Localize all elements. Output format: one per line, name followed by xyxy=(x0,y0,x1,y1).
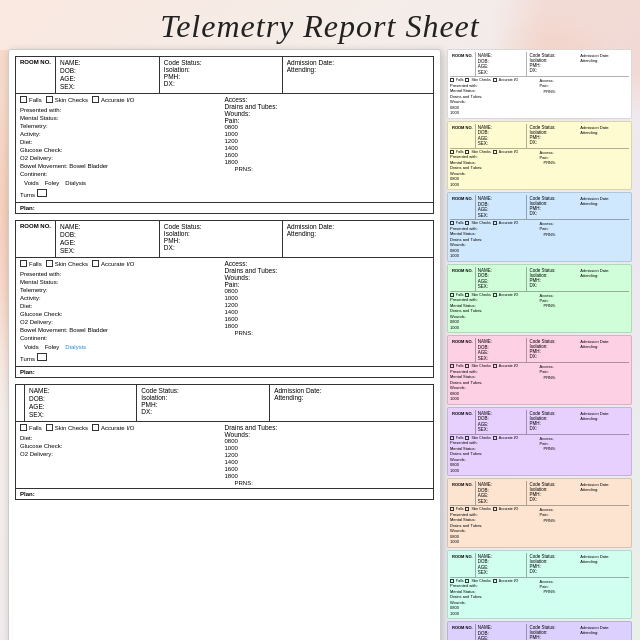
cv-code-lavender: Code Status: Isolation: PMH: DX: xyxy=(527,624,578,640)
color-variant-pink: ROOM NO. NAME: DOB: AGE: SEX: Code Statu… xyxy=(447,335,632,405)
admission-col-1: Admission Date: Attending: xyxy=(283,57,433,93)
cv-patient-yellow: NAME: DOB: AGE: SEX: xyxy=(476,124,528,148)
prns-area-1: PRNS: xyxy=(235,166,430,172)
pmh-label: PMH: xyxy=(164,73,278,80)
cv-code-white: Code Status: Isolation: PMH: DX: xyxy=(527,52,578,76)
cv-left-mint: Falls Skin Checks Accurate I/O Presented… xyxy=(450,579,538,617)
cv-room-lavender: ROOM NO. xyxy=(450,624,476,640)
time-1000: 1000 xyxy=(225,131,430,137)
cv-admission-peach: Admission Date: Attending: xyxy=(578,481,629,505)
cv-patient-blue: NAME: DOB: AGE: SEX: xyxy=(476,195,528,219)
cv-code-blue: Code Status: Isolation: PMH: DX: xyxy=(527,195,578,219)
cv-left-yellow: Falls Skin Checks Accurate I/O Presented… xyxy=(450,150,538,188)
cv-body-pink: Falls Skin Checks Accurate I/O Presented… xyxy=(450,364,629,402)
color-variant-peach: ROOM NO. NAME: DOB: AGE: SEX: Code Statu… xyxy=(447,478,632,548)
form-body-1: Falls Skin Checks Accurate I/O xyxy=(16,94,433,202)
cv-inner-peach: ROOM NO. NAME: DOB: AGE: SEX: Code Statu… xyxy=(448,479,631,547)
admission-date-label: Admission Date: xyxy=(287,59,429,66)
voiding-row-2: Voids Foley Dialysis xyxy=(20,343,225,351)
color-variant-yellow: ROOM NO. NAME: DOB: AGE: SEX: Code Statu… xyxy=(447,121,632,191)
continent: Continent: xyxy=(20,171,225,177)
prns-area-2: PRNS: xyxy=(235,330,430,336)
foley-label: Foley xyxy=(45,180,60,186)
plan-row-3: Plan: xyxy=(16,488,433,499)
falls-cb-box xyxy=(20,96,27,103)
time-1800: 1800 xyxy=(225,159,430,165)
form-header-1: ROOM NO. NAME: DOB: AGE: SEX: Code Statu… xyxy=(16,57,433,94)
cv-patient-mint: NAME: DOB: AGE: SEX: xyxy=(476,553,528,577)
cv-inner-lavender: ROOM NO. NAME: DOB: AGE: SEX: Code Statu… xyxy=(448,622,631,640)
telemetry: Telemetry: xyxy=(20,123,225,129)
prns-label: PRNS: xyxy=(235,166,253,172)
cv-body-peach: Falls Skin Checks Accurate I/O Presented… xyxy=(450,507,629,545)
cv-room-white: ROOM NO. xyxy=(450,52,476,76)
cv-inner-green: ROOM NO. NAME: DOB: AGE: SEX: Code Statu… xyxy=(448,265,631,333)
cv-admission-pink: Admission Date: Attending: xyxy=(578,338,629,362)
cv-body-mint: Falls Skin Checks Accurate I/O Presented… xyxy=(450,579,629,617)
skin-cb-box xyxy=(46,96,53,103)
cv-admission-mint: Admission Date: Attending: xyxy=(578,553,629,577)
cv-room-purple: ROOM NO. xyxy=(450,410,476,434)
accurate-io-checkbox: Accurate I/O xyxy=(92,96,134,103)
diet: Diet: xyxy=(20,139,225,145)
cv-admission-lavender: Admission Date: Attending: xyxy=(578,624,629,640)
cv-left-peach: Falls Skin Checks Accurate I/O Presented… xyxy=(450,507,538,545)
cv-room-yellow: ROOM NO. xyxy=(450,124,476,148)
times-col-2: 0800 1000 1200 1400 1600 1800 xyxy=(225,288,430,330)
cv-room-peach: ROOM NO. xyxy=(450,481,476,505)
form-left-3: Falls Skin Checks Accurate I/O xyxy=(20,424,225,486)
cv-body-blue: Falls Skin Checks Accurate I/O Presented… xyxy=(450,221,629,259)
isolation-label: Isolation: xyxy=(164,66,278,73)
cv-code-mint: Code Status: Isolation: PMH: DX: xyxy=(527,553,578,577)
dialysis-label: Dialysis xyxy=(65,180,86,186)
attending-label: Attending: xyxy=(287,66,429,73)
drains-tubes-label: Drains and Tubes: xyxy=(225,103,430,110)
color-variant-green: ROOM NO. NAME: DOB: AGE: SEX: Code Statu… xyxy=(447,264,632,334)
patient-info-2: NAME: DOB: AGE: SEX: xyxy=(56,221,160,257)
voids-label: Voids xyxy=(24,180,39,186)
cv-room-green: ROOM NO. xyxy=(450,267,476,291)
cv-inner-white: ROOM NO. NAME: DOB: AGE: SEX: Code Statu… xyxy=(448,50,631,118)
cv-code-pink: Code Status: Isolation: PMH: DX: xyxy=(527,338,578,362)
cv-patient-lavender: NAME: DOB: AGE: SEX: xyxy=(476,624,528,640)
falls-checkbox-2: Falls xyxy=(20,260,42,267)
cv-header-purple: ROOM NO. NAME: DOB: AGE: SEX: Code Statu… xyxy=(450,410,629,435)
cv-left-purple: Falls Skin Checks Accurate I/O Presented… xyxy=(450,436,538,474)
cv-right-purple: Access: Pain: PRNS: xyxy=(538,436,630,474)
age-field: AGE: xyxy=(60,75,155,82)
color-variant-blue: ROOM NO. NAME: DOB: AGE: SEX: Code Statu… xyxy=(447,192,632,262)
form-section-3: NAME: DOB: AGE: SEX: Code Status: Isolat… xyxy=(15,384,434,500)
turns-label: Turns xyxy=(20,192,35,198)
form-right-1: Access: Drains and Tubes: Wounds: Pain: … xyxy=(225,96,430,200)
form-right-3: Drains and Tubes: Wounds: 0800 1000 1200… xyxy=(225,424,430,486)
plan-row-1: Plan: xyxy=(16,202,433,213)
form-header-3: NAME: DOB: AGE: SEX: Code Status: Isolat… xyxy=(16,385,433,422)
cv-right-green: Access: Pain: PRNS: xyxy=(538,293,630,331)
checkboxes-row-1: Falls Skin Checks Accurate I/O xyxy=(20,96,225,105)
code-status-label: Code Status: xyxy=(164,59,278,66)
patient-info-3: NAME: DOB: AGE: SEX: xyxy=(25,385,137,421)
cv-body-purple: Falls Skin Checks Accurate I/O Presented… xyxy=(450,436,629,474)
cv-left-green: Falls Skin Checks Accurate I/O Presented… xyxy=(450,293,538,331)
cv-right-yellow: Access: Pain: PRNS: xyxy=(538,150,630,188)
falls-label: Falls xyxy=(29,97,42,103)
cv-right-peach: Access: Pain: PRNS: xyxy=(538,507,630,545)
code-status-col-3: Code Status: Isolation: PMH: DX: xyxy=(137,385,270,421)
cv-patient-green: NAME: DOB: AGE: SEX: xyxy=(476,267,528,291)
cv-right-mint: Access: Pain: PRNS: xyxy=(538,579,630,617)
document-preview: ROOM NO. NAME: DOB: AGE: SEX: Code Statu… xyxy=(8,49,441,640)
presented-with: Presented with: xyxy=(20,107,225,113)
code-status-col-2: Code Status: Isolation: PMH: DX: xyxy=(160,221,283,257)
cv-header-lavender: ROOM NO. NAME: DOB: AGE: SEX: Code Statu… xyxy=(450,624,629,640)
checkboxes-row-2: Falls Skin Checks Accurate I/O xyxy=(20,260,225,269)
form-left-2: Falls Skin Checks Accurate I/O xyxy=(20,260,225,364)
form-body-2: Falls Skin Checks Accurate I/O xyxy=(16,258,433,366)
cv-body-yellow: Falls Skin Checks Accurate I/O Presented… xyxy=(450,150,629,188)
cv-code-peach: Code Status: Isolation: PMH: DX: xyxy=(527,481,578,505)
skin-checks-label: Skin Checks xyxy=(55,97,88,103)
io-checkbox-2: Accurate I/O xyxy=(92,260,134,267)
turns-box xyxy=(37,189,47,197)
skin-checks-checkbox: Skin Checks xyxy=(46,96,88,103)
times-col-1: 0800 1000 1200 1400 1600 1800 xyxy=(225,124,430,166)
cv-room-pink: ROOM NO. xyxy=(450,338,476,362)
